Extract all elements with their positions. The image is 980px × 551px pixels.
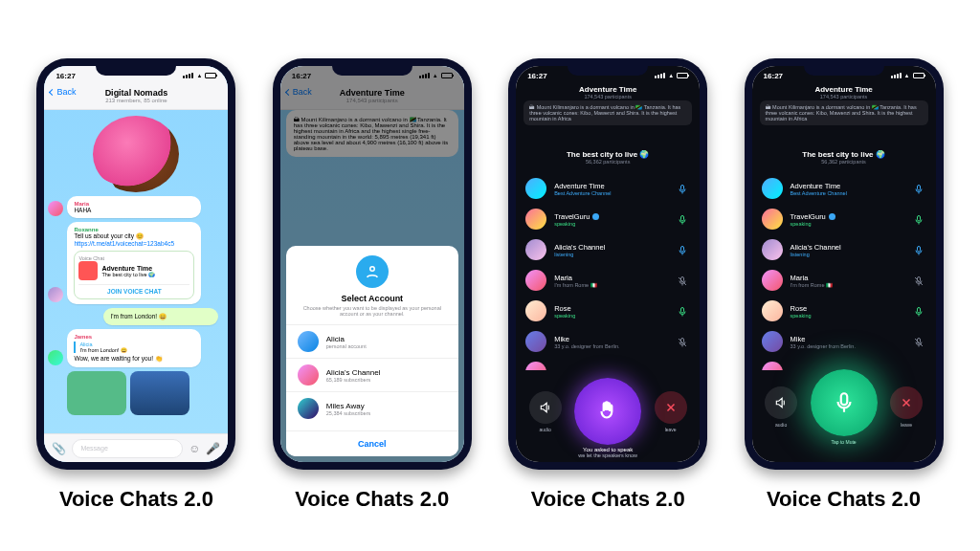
participant-sub: 33 y.o. designer from Berlin. xyxy=(791,343,856,349)
message-bubble[interactable]: Roxanne Tell us about your city 😊 https:… xyxy=(67,222,201,304)
avatar xyxy=(298,331,319,352)
sticker-icon[interactable]: ☺ xyxy=(189,442,200,455)
participant-sub: speaking xyxy=(554,221,599,227)
account-option[interactable]: Alicia's Channel 65,189 subscribers xyxy=(286,358,458,391)
svg-rect-2 xyxy=(681,216,684,222)
wifi-icon: ▲ xyxy=(904,73,910,78)
avatar[interactable] xyxy=(48,201,63,216)
participant-row[interactable]: Adventure TimeBest Adventure Channel xyxy=(523,173,692,204)
mic-state-icon xyxy=(913,304,926,318)
participant-row[interactable]: TravelGuruspeaking xyxy=(760,204,928,234)
participant-sub: speaking xyxy=(791,313,812,319)
join-voice-chat-button[interactable]: JOIN VOICE CHAT xyxy=(78,284,189,295)
avatar[interactable] xyxy=(48,287,63,302)
info-card[interactable]: 🏔 Mount Kilimanjaro is a dormant volcano… xyxy=(760,100,928,125)
avatar[interactable] xyxy=(48,350,63,365)
sheet-icon xyxy=(356,255,389,288)
info-card[interactable]: 🏔 Mount Kilimanjaro is a dormant volcano… xyxy=(523,100,692,125)
message-bubble[interactable]: James Alicia I'm from London! 😄 Wow, we … xyxy=(67,329,201,367)
back-button[interactable]: Back xyxy=(50,87,76,97)
attach-icon[interactable]: 📎 xyxy=(52,442,66,455)
participant-row[interactable]: Rosespeaking xyxy=(760,296,928,326)
participant-name: Rose xyxy=(791,304,812,313)
participant-row[interactable]: Alicia's Channellistening xyxy=(760,234,928,265)
leave-button[interactable] xyxy=(890,386,923,419)
signal-icon xyxy=(183,73,193,78)
status-time: 16:27 xyxy=(764,72,783,80)
raise-hand-button[interactable] xyxy=(574,378,641,445)
sheet-title: Select Account xyxy=(286,294,458,303)
chat-body[interactable]: Maria HAHA Roxanne Tell us about your ci… xyxy=(44,110,228,433)
participant-row[interactable]: Marie xyxy=(523,357,692,370)
avatar[interactable] xyxy=(762,178,783,199)
photo-attachment[interactable] xyxy=(67,371,126,415)
participant-row[interactable]: Mike33 y.o. designer from Berlin. xyxy=(760,326,928,357)
message-bubble[interactable]: Maria HAHA xyxy=(67,196,201,218)
caption: Voice Chats 2.0 xyxy=(767,487,921,512)
participant-name: Mike xyxy=(791,335,856,343)
avatar[interactable] xyxy=(762,331,783,352)
avatar[interactable] xyxy=(762,270,783,291)
reply-text: I'm from London! 😄 xyxy=(79,347,194,353)
account-option[interactable]: Alicia personal account xyxy=(286,324,458,358)
mic-state-icon xyxy=(677,304,690,318)
participant-row[interactable]: MariaI'm from Rome 🇮🇹 xyxy=(760,265,928,296)
mute-button[interactable] xyxy=(811,369,878,436)
cancel-button[interactable]: Cancel xyxy=(286,430,458,456)
wifi-icon: ▲ xyxy=(668,73,674,78)
message-bubble-own[interactable]: I'm from London! 😄 xyxy=(103,308,218,325)
header-title[interactable]: Adventure Time xyxy=(516,85,700,94)
participant-name: Maria xyxy=(554,274,596,282)
option-sub: 25,384 subscribers xyxy=(326,410,370,416)
leave-button[interactable] xyxy=(655,391,687,424)
svg-rect-7 xyxy=(917,186,920,191)
notch xyxy=(568,58,648,76)
participant-row[interactable]: Marie xyxy=(760,357,928,370)
photo-attachment[interactable] xyxy=(130,371,189,415)
participant-row[interactable]: Rosespeaking xyxy=(523,296,692,326)
avatar[interactable] xyxy=(762,300,783,321)
participant-sub: I'm from Rome 🇮🇹 xyxy=(554,282,596,288)
avatar[interactable] xyxy=(762,239,783,260)
participant-sub: I'm from Rome 🇮🇹 xyxy=(791,282,833,288)
participant-sub: 33 y.o. designer from Berlin. xyxy=(554,343,619,349)
participants-list[interactable]: Adventure TimeBest Adventure ChannelTrav… xyxy=(523,173,692,370)
avatar xyxy=(298,398,319,419)
notch xyxy=(96,58,176,76)
sticker-elephant[interactable] xyxy=(93,116,179,192)
header-title[interactable]: Adventure Time xyxy=(752,85,936,94)
verified-icon xyxy=(592,213,599,220)
participant-row[interactable]: MariaI'm from Rome 🇮🇹 xyxy=(523,265,692,296)
avatar[interactable] xyxy=(525,178,546,199)
mic-icon[interactable]: 🎤 xyxy=(206,442,220,455)
room-title: The best city to live 🌍 xyxy=(516,150,700,159)
vc-title: Adventure Time xyxy=(101,265,155,272)
participant-row[interactable]: Mike33 y.o. designer from Berlin. xyxy=(523,326,692,357)
mic-state-icon xyxy=(677,335,690,348)
avatar[interactable] xyxy=(525,300,546,321)
message-text: Wow, we are waiting for you! 👏 xyxy=(74,355,194,363)
sheet-subtitle: Choose whether you want to be displayed … xyxy=(286,303,458,324)
caption: Voice Chats 2.0 xyxy=(295,487,449,512)
participant-row[interactable]: Adventure TimeBest Adventure Channel xyxy=(760,173,928,204)
participant-name: Marie xyxy=(554,368,572,371)
participants-list[interactable]: Adventure TimeBest Adventure ChannelTrav… xyxy=(760,173,928,370)
avatar[interactable] xyxy=(525,209,546,230)
avatar[interactable] xyxy=(525,239,546,260)
audio-button[interactable] xyxy=(529,391,562,424)
avatar[interactable] xyxy=(525,362,546,370)
audio-button[interactable] xyxy=(765,386,797,419)
message-link[interactable]: https://t.me/at1/voicechat=123ab4c5 xyxy=(74,240,174,247)
mute-label: Tap to Mute xyxy=(831,439,856,445)
option-name: Miles Away xyxy=(326,402,370,410)
participant-row[interactable]: Alicia's Channellistening xyxy=(523,234,692,265)
avatar[interactable] xyxy=(525,331,546,352)
account-option[interactable]: Miles Away 25,384 subscribers xyxy=(286,391,458,425)
message-input[interactable]: Message xyxy=(72,439,183,458)
message-text: Tell us about your city 😊 xyxy=(74,232,194,240)
avatar[interactable] xyxy=(762,209,783,230)
avatar[interactable] xyxy=(525,270,546,291)
mic-state-icon xyxy=(677,243,690,256)
participant-sub: speaking xyxy=(554,313,575,319)
participant-row[interactable]: TravelGuruspeaking xyxy=(523,204,692,234)
